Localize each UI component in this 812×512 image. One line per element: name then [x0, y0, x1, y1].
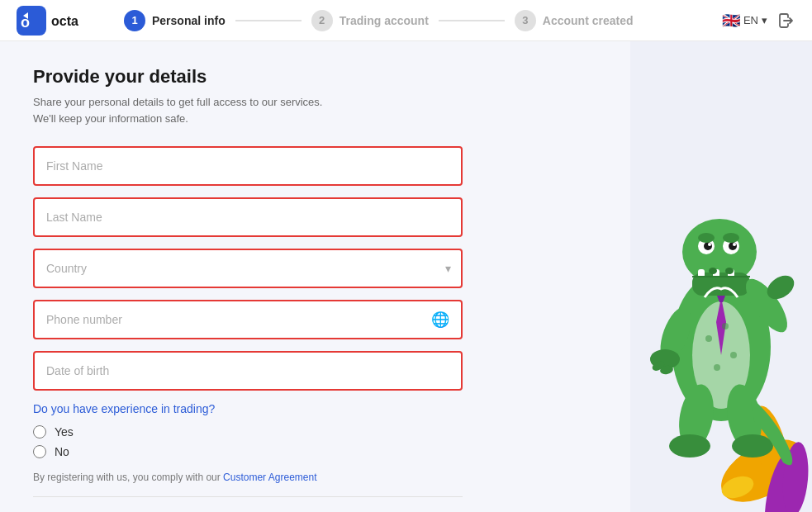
- octa-wordmark: octa: [51, 12, 91, 29]
- first-name-input[interactable]: [46, 159, 449, 173]
- country-select[interactable]: Country United States United Kingdom Can…: [46, 262, 449, 275]
- logout-button[interactable]: [777, 12, 795, 30]
- step-3-label: Account created: [543, 14, 634, 27]
- radio-yes-label[interactable]: Yes: [33, 425, 463, 439]
- svg-point-21: [733, 243, 736, 246]
- customer-agreement-link[interactable]: Customer Agreement: [223, 472, 316, 483]
- svg-point-36: [732, 434, 773, 457]
- first-name-field: [33, 146, 463, 186]
- svg-point-39: [705, 335, 712, 342]
- main-content: Provide your details Share your personal…: [0, 41, 812, 512]
- terms-prefix: By registering with us, you comply with …: [33, 472, 223, 483]
- radio-yes-input[interactable]: [33, 425, 46, 439]
- radio-no-label[interactable]: No: [33, 445, 463, 458]
- divider: [33, 496, 463, 497]
- svg-point-22: [698, 233, 715, 243]
- svg-point-19: [729, 242, 737, 250]
- step-2-circle: 2: [311, 10, 333, 31]
- step-connector-2: [439, 20, 505, 21]
- svg-point-20: [708, 243, 711, 246]
- last-name-input[interactable]: [46, 211, 449, 224]
- language-selector[interactable]: 🇬🇧 EN ▾: [722, 12, 767, 30]
- svg-point-41: [714, 364, 720, 371]
- svg-point-24: [709, 268, 717, 274]
- step-1: 1 Personal info: [124, 10, 226, 31]
- last-name-input-wrapper: [33, 197, 463, 237]
- form-fields: Country United States United Kingdom Can…: [33, 146, 463, 512]
- page-subtitle: Share your personal details to get full …: [33, 94, 597, 126]
- step-3: 3 Account created: [515, 10, 634, 31]
- svg-point-23: [723, 233, 739, 243]
- step-2-label: Trading account: [340, 14, 429, 27]
- country-field: Country United States United Kingdom Can…: [33, 249, 463, 288]
- mascot-illustration: [630, 41, 812, 512]
- svg-point-18: [704, 242, 712, 250]
- page-title: Provide your details: [33, 66, 597, 88]
- country-input-wrapper: Country United States United Kingdom Can…: [33, 249, 463, 288]
- svg-text:octa: octa: [51, 14, 78, 28]
- phone-input[interactable]: [46, 313, 426, 326]
- svg-point-25: [725, 268, 734, 274]
- step-1-circle: 1: [124, 10, 145, 31]
- dob-input-wrapper: [33, 351, 463, 391]
- subtitle-line2: We'll keep your information safe.: [33, 112, 188, 125]
- step-1-label: Personal info: [152, 14, 226, 27]
- step-2: 2 Trading account: [311, 10, 429, 31]
- svg-point-40: [722, 323, 729, 329]
- dob-input[interactable]: [46, 364, 449, 377]
- dob-field: [33, 351, 463, 391]
- header-right: 🇬🇧 EN ▾: [722, 12, 795, 30]
- right-panel: [630, 41, 812, 512]
- logo-area: o octa: [17, 6, 91, 36]
- header: o octa 1 Personal info 2 Trading account…: [0, 0, 812, 41]
- phone-input-wrapper: 🌐: [33, 300, 463, 339]
- last-name-field: [33, 197, 463, 237]
- trading-question: Do you have experience in trading?: [33, 402, 463, 415]
- step-connector-1: [235, 20, 302, 21]
- chevron-down-icon: ▾: [762, 14, 767, 26]
- left-panel: Provide your details Share your personal…: [0, 41, 630, 512]
- stepper: 1 Personal info 2 Trading account 3 Acco…: [124, 10, 722, 31]
- first-name-input-wrapper: [33, 146, 463, 186]
- step-3-circle: 3: [515, 10, 536, 31]
- globe-icon[interactable]: 🌐: [431, 311, 449, 329]
- language-code: EN: [743, 14, 758, 26]
- trading-radio-group: Yes No: [33, 425, 463, 458]
- radio-no-text: No: [55, 445, 69, 458]
- svg-point-34: [669, 434, 710, 457]
- subtitle-line1: Share your personal details to get full …: [33, 96, 322, 108]
- svg-point-42: [730, 352, 737, 358]
- flag-icon: 🇬🇧: [722, 12, 740, 30]
- terms-text: By registering with us, you comply with …: [33, 472, 463, 483]
- octa-logo: o: [17, 6, 46, 36]
- radio-yes-text: Yes: [55, 425, 74, 439]
- radio-no-input[interactable]: [33, 445, 46, 458]
- logout-icon: [777, 12, 795, 30]
- phone-field: 🌐: [33, 300, 463, 339]
